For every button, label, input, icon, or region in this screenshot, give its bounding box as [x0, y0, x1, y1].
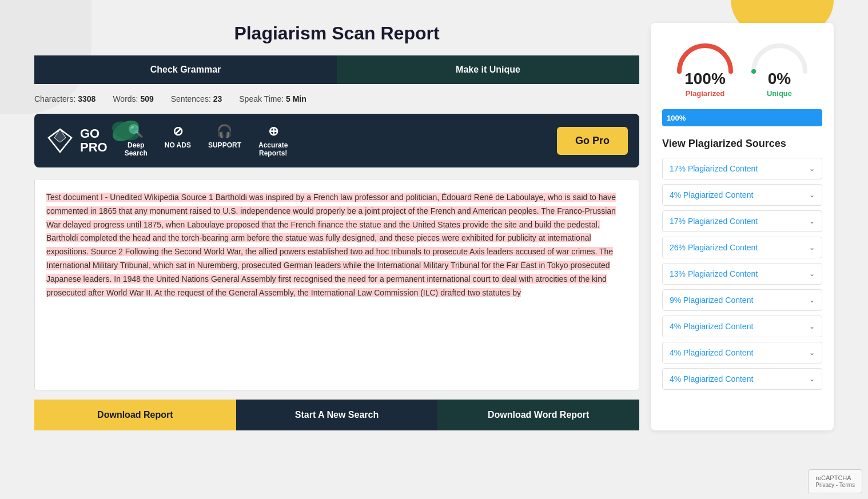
- dropdown-arrow-7: ⌄: [809, 349, 815, 357]
- leaf-decoration: [109, 114, 143, 148]
- unique-gauge-svg: [748, 34, 811, 74]
- document-text: Test document I - Unedited Wikipedia Sou…: [46, 193, 616, 297]
- progress-bar-container: 100%: [662, 109, 822, 126]
- go-pro-text: GO PRO: [80, 127, 107, 154]
- plagiarized-gauge-svg: [674, 34, 736, 74]
- diamond-icon: [46, 126, 74, 155]
- support-icon: 🎧: [217, 124, 232, 139]
- right-panel: 100% Plagiarized 0% Unique 100% V: [651, 23, 834, 430]
- go-pro-features: 🔍 Deep Search ⊘ NO ADS 🎧 SUPPORT ⊕ Accur…: [125, 124, 540, 157]
- words-stat: Words: 509: [113, 94, 153, 103]
- plagiarized-label: Plagiarized: [686, 89, 725, 98]
- feature-support: 🎧 SUPPORT: [208, 124, 241, 157]
- speak-time-stat: Speak Time: 5 Min: [239, 94, 306, 103]
- dropdown-arrow-5: ⌄: [809, 296, 815, 304]
- check-grammar-button[interactable]: Check Grammar: [34, 55, 337, 84]
- unique-label: Unique: [767, 89, 792, 98]
- go-pro-button[interactable]: Go Pro: [557, 127, 628, 155]
- source-item-0[interactable]: 17% Plagiarized Content⌄: [662, 158, 822, 179]
- source-item-4[interactable]: 13% Plagiarized Content⌄: [662, 263, 822, 285]
- feature-accurate-reports: ⊕ Accurate Reports!: [258, 124, 288, 157]
- source-item-3[interactable]: 26% Plagiarized Content⌄: [662, 237, 822, 258]
- unique-gauge: 0% Unique: [748, 34, 811, 98]
- feature-no-ads: ⊘ NO ADS: [165, 124, 191, 157]
- left-panel: Plagiarism Scan Report Check Grammar Mak…: [34, 23, 639, 430]
- recaptcha-box: reCAPTCHA Privacy - Terms: [808, 469, 862, 493]
- svg-marker-3: [54, 129, 66, 142]
- document-text-area[interactable]: Test document I - Unedited Wikipedia Sou…: [34, 179, 639, 390]
- go-pro-banner: GO PRO 🔍 Deep Search ⊘ NO ADS 🎧 SUPPORT: [34, 114, 639, 167]
- download-word-report-button[interactable]: Download Word Report: [437, 400, 639, 430]
- start-new-search-button[interactable]: Start A New Search: [236, 400, 438, 430]
- plagiarized-gauge: 100% Plagiarized: [674, 34, 736, 98]
- source-item-6[interactable]: 4% Plagiarized Content⌄: [662, 316, 822, 337]
- sentences-stat: Sentences: 23: [171, 94, 222, 103]
- download-report-button[interactable]: Download Report: [34, 400, 236, 430]
- sources-title: View Plagiarized Sources: [662, 138, 822, 150]
- sources-list: 17% Plagiarized Content⌄4% Plagiarized C…: [662, 158, 822, 390]
- go-pro-logo: GO PRO: [46, 126, 107, 155]
- source-item-5[interactable]: 9% Plagiarized Content⌄: [662, 289, 822, 311]
- dropdown-arrow-2: ⌄: [809, 217, 815, 225]
- dropdown-arrow-4: ⌄: [809, 270, 815, 278]
- plagiarized-value: 100%: [684, 70, 726, 88]
- stats-row: Characters: 3308 Words: 509 Sentences: 2…: [34, 94, 639, 103]
- dropdown-arrow-1: ⌄: [809, 191, 815, 199]
- characters-stat: Characters: 3308: [34, 94, 95, 103]
- page-title: Plagiarism Scan Report: [34, 23, 639, 44]
- source-item-2[interactable]: 17% Plagiarized Content⌄: [662, 210, 822, 232]
- accurate-reports-icon: ⊕: [268, 124, 278, 139]
- no-ads-icon: ⊘: [173, 124, 183, 139]
- dropdown-arrow-8: ⌄: [809, 375, 815, 383]
- unique-value: 0%: [768, 70, 791, 88]
- source-item-7[interactable]: 4% Plagiarized Content⌄: [662, 342, 822, 364]
- dropdown-arrow-6: ⌄: [809, 322, 815, 330]
- source-item-8[interactable]: 4% Plagiarized Content⌄: [662, 368, 822, 390]
- make-unique-button[interactable]: Make it Unique: [337, 55, 639, 84]
- source-item-1[interactable]: 4% Plagiarized Content⌄: [662, 184, 822, 206]
- dropdown-arrow-3: ⌄: [809, 243, 815, 252]
- dropdown-arrow-0: ⌄: [809, 165, 815, 173]
- gauges-row: 100% Plagiarized 0% Unique: [662, 34, 822, 98]
- progress-bar-fill: 100%: [662, 109, 822, 126]
- bottom-buttons: Download Report Start A New Search Downl…: [34, 400, 639, 430]
- top-buttons: Check Grammar Make it Unique: [34, 55, 639, 84]
